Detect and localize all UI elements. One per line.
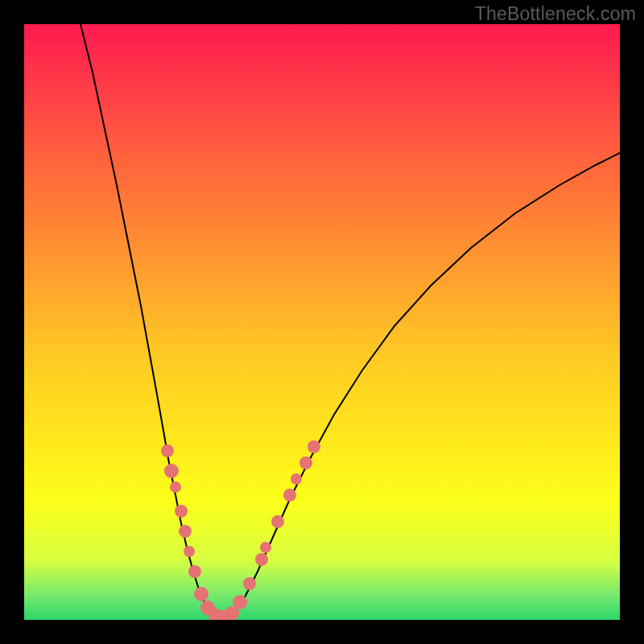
data-dot	[271, 515, 284, 528]
data-dot	[299, 456, 312, 469]
data-dot	[170, 481, 181, 493]
data-dot	[233, 595, 247, 609]
data-dot	[243, 577, 256, 590]
curve-right	[221, 153, 620, 620]
data-dot	[283, 489, 296, 502]
data-dot	[255, 553, 268, 566]
data-dots	[161, 440, 320, 620]
chart-frame: TheBottleneck.com	[0, 0, 644, 644]
data-dot	[260, 542, 271, 553]
data-dot	[291, 473, 302, 485]
watermark-text: TheBottleneck.com	[475, 3, 636, 25]
data-dot	[188, 565, 201, 578]
data-dot	[194, 587, 208, 601]
curve-left	[80, 24, 221, 620]
chart-svg	[24, 24, 620, 620]
data-dot	[184, 546, 195, 557]
data-dot	[164, 464, 179, 478]
plot-area	[24, 24, 620, 620]
data-dot	[179, 525, 192, 538]
data-dot	[161, 444, 174, 457]
data-dot	[308, 440, 320, 453]
data-dot	[175, 505, 188, 518]
